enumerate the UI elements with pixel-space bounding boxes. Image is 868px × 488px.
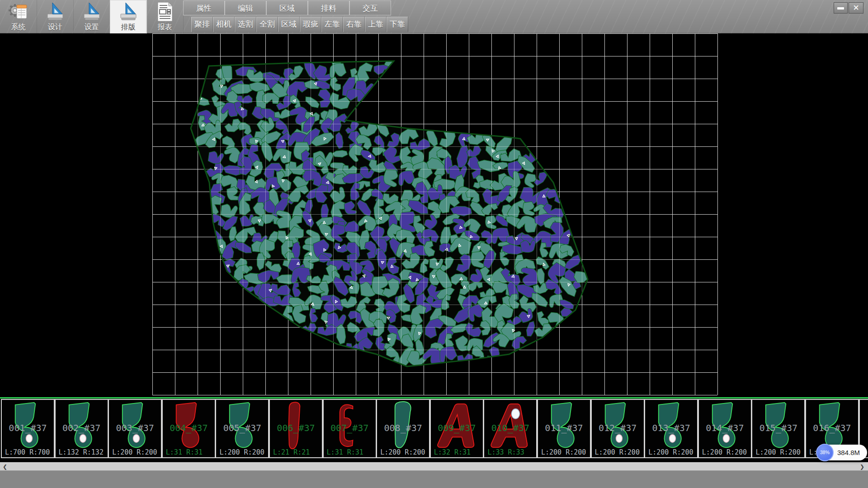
download-size-label: 384.8M [837,445,860,460]
action-button-6[interactable]: 瑕疵 [300,17,321,32]
action-button-2[interactable]: 相机 [213,17,235,32]
bottom-status-bar [0,470,868,488]
piece-count-label: L:200 R:200 [380,448,425,456]
piece-count-label: L:200 R:200 [755,448,800,456]
piece-count-label: L:132 R:132 [59,448,104,456]
piece-id-label: 016_#37 [806,422,858,433]
piece-count-label: L:31 R:31 [327,448,363,456]
piece-count-label: L:33 R:33 [487,448,524,456]
piece-id-label: 005_#37 [216,422,268,433]
action-button-10[interactable]: 下靠 [387,17,408,32]
action-button-9[interactable]: 上靠 [365,17,387,32]
piece-thumbnail-001_#37[interactable]: 001_#37 L:700 R:700 [1,399,55,458]
piece-count-label: L:200 R:200 [595,448,640,456]
tab-nesting[interactable]: 排料 [308,0,349,15]
piece-thumbnail-013_#37[interactable]: 013_#37 L:200 R:200 [644,399,698,458]
piece-count-label: L:700 R:700 [5,448,50,456]
nesting-drawing [0,33,868,397]
minimize-icon [837,7,844,9]
action-button-1[interactable]: 聚排 [191,17,213,32]
action-button-5[interactable]: 区域 [278,17,300,32]
piece-thumbnail-008_#37[interactable]: 008_#37 L:200 R:200 [376,399,430,458]
progress-circle: 38% [816,444,834,461]
piece-id-label: 007_#37 [324,422,376,433]
piece-count-label: L:200 R:200 [219,448,264,456]
close-button[interactable]: ✕ [849,2,863,14]
piece-thumbnail-014_#37[interactable]: 014_#37 L:200 R:200 [698,399,752,458]
toolbar-button-settings[interactable]: 设置 [73,0,110,33]
piece-thumbnail-009_#37[interactable]: 009_#37 L:32 R:31 [430,399,484,458]
toolbar-button-report[interactable]: 报表 [146,0,184,33]
toolbar-button-design[interactable]: 设计 [37,0,74,33]
piece-thumbnail-010_#37[interactable]: 010_#37 L:33 R:33 [483,399,537,458]
toolbar-button-label: 报表 [146,23,183,32]
piece-id-label: 004_#37 [163,422,215,433]
piece-thumbnail-015_#37[interactable]: 015_#37 L:200 R:200 [751,399,805,458]
piece-thumbnail-011_#37[interactable]: 011_#37 L:200 R:200 [537,399,591,458]
piece-id-label: 009_#37 [431,422,483,433]
set-square-icon [73,1,110,22]
piece-id-label: 002_#37 [56,422,108,433]
piece-id-label: 006_#37 [270,422,322,433]
piece-count-label: L:200 R:200 [702,448,747,456]
piece-thumbnail-004_#37[interactable]: 004_#37 L:31 R:31 [162,399,216,458]
download-progress-badge[interactable]: 38% 384.8M [816,445,867,460]
toolbar-button-label: 设置 [73,23,110,32]
set-square-icon [37,1,73,22]
piece-thumbnail-005_#37[interactable]: 005_#37 L:200 R:200 [215,399,269,458]
toolbar-button-label: 系统 [0,23,37,32]
piece-count-label: L:200 R:200 [541,448,586,456]
piece-count-label: L:31 R:31 [166,448,203,456]
action-button-8[interactable]: 右靠 [343,17,365,32]
tab-interact[interactable]: 交互 [349,0,391,15]
system-gear-icon [0,1,37,22]
action-button-7[interactable]: 左靠 [321,17,343,32]
piece-thumbnail-007_#37[interactable]: 007_#37 L:31 R:31 [323,399,377,458]
report-doc-icon [146,1,183,22]
scroll-left-arrow-icon[interactable]: ❮ [1,463,9,470]
toolbar-button-layout[interactable]: 排版 [110,0,147,33]
piece-thumbnail-002_#37[interactable]: 002_#37 L:132 R:132 [55,399,108,458]
piece-thumbnail-strip: 001_#37 L:700 R:700 002_#37 L:132 R:132 … [0,399,868,458]
toolbar-button-label: 设计 [37,23,73,32]
piece-id-label: 013_#37 [645,422,697,433]
piece-id-label: 012_#37 [592,422,644,433]
piece-id-label: 001_#37 [2,422,54,433]
close-icon: ✕ [853,4,859,12]
horizontal-scrollbar[interactable]: ❮ ❯ [0,462,868,470]
tab-edit[interactable]: 编辑 [225,0,266,15]
set-square-icon [110,1,146,22]
piece-thumbnail-012_#37[interactable]: 012_#37 L:200 R:200 [591,399,645,458]
tab-properties[interactable]: 属性 [183,0,225,15]
piece-thumbnail-003_#37[interactable]: 003_#37 L:200 R:200 [108,399,162,458]
minimize-button[interactable] [834,2,848,14]
toolbar-button-label: 排版 [110,23,146,32]
piece-count-label: L:200 R:200 [112,448,157,456]
nesting-canvas[interactable] [0,33,868,397]
piece-id-label: 010_#37 [484,422,536,433]
action-button-4[interactable]: 全割 [256,17,278,32]
piece-id-label: 014_#37 [699,422,751,433]
tab-region[interactable]: 区域 [266,0,308,15]
main-toolbar: 系统 设计 设置 排版 报表 属性编辑区域排料交互 聚排相机选割全割区域瑕疵左靠… [0,0,868,33]
piece-id-label: 003_#37 [109,422,161,433]
piece-thumbnail-006_#37[interactable]: 006_#37 L:21 R:21 [269,399,323,458]
piece-id-label: 011_#37 [538,422,590,433]
piece-count-label: L:32 R:31 [434,448,471,456]
piece-count-label: L:200 R:200 [648,448,693,456]
piece-id-label: 015_#37 [752,422,804,433]
scroll-right-arrow-icon[interactable]: ❯ [858,463,866,470]
piece-id-label: 008_#37 [377,422,429,433]
toolbar-button-system[interactable]: 系统 [0,0,37,33]
action-button-3[interactable]: 选割 [235,17,256,32]
strip-separator-line [0,397,868,399]
piece-count-label: L:21 R:21 [273,448,310,456]
